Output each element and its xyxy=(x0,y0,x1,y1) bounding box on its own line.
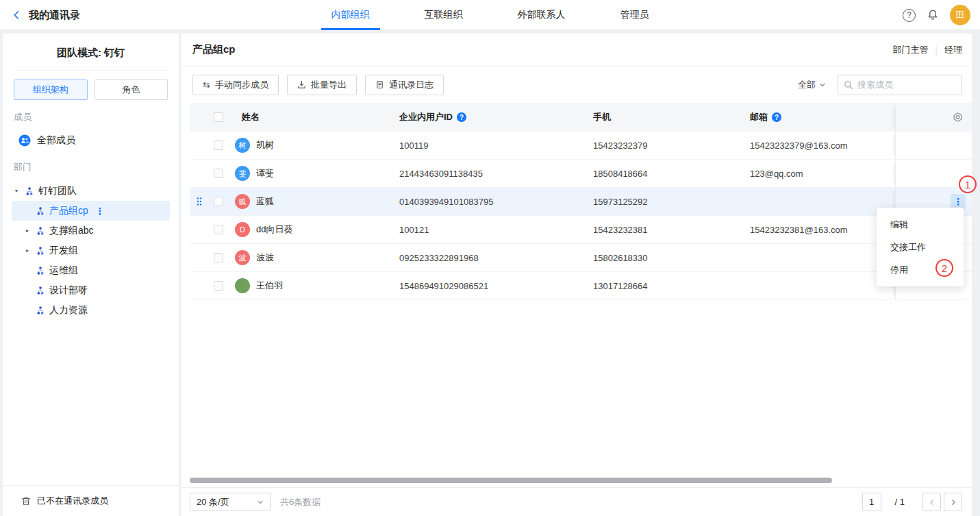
page-size-select[interactable]: 20 条/页 xyxy=(190,493,271,511)
tree-item-label: 钉钉团队 xyxy=(38,185,77,197)
trash-icon xyxy=(21,496,31,506)
table-row-selected[interactable]: 狐蓝狐 0140393949101083795 15973125292 ⋮ xyxy=(190,188,972,216)
member-email: 15423232379@163.com xyxy=(750,140,848,151)
table-row[interactable]: 斐谭斐 21443463091138435 18508418664 123@qq… xyxy=(190,160,972,188)
row-checkbox[interactable] xyxy=(214,225,223,234)
avatar: D xyxy=(235,222,250,237)
avatar: 斐 xyxy=(235,166,250,181)
tree-item-label: 人力资源 xyxy=(49,304,88,317)
search-icon xyxy=(844,80,853,90)
tab-internal-org[interactable]: 内部组织 xyxy=(321,0,380,30)
member-phone: 15973125292 xyxy=(593,197,648,207)
column-header-name: 姓名 xyxy=(242,111,260,123)
roles-button[interactable]: 角色 xyxy=(95,79,168,100)
row-checkbox[interactable] xyxy=(214,197,223,206)
org-structure-button[interactable]: 组织架构 xyxy=(14,79,88,100)
row-checkbox[interactable] xyxy=(214,140,223,150)
row-checkbox[interactable] xyxy=(214,253,223,262)
chevron-down-icon xyxy=(819,82,826,88)
tab-connected-org[interactable]: 互联组织 xyxy=(414,0,473,30)
top-tabs: 内部组织 互联组织 外部联系人 管理员 xyxy=(0,0,980,30)
menu-item-edit[interactable]: 编辑 xyxy=(877,213,964,236)
sidebar-item-all-members[interactable]: 全部成员 xyxy=(3,131,179,150)
total-pages-label: / 1 xyxy=(895,497,905,507)
user-avatar[interactable]: 田 xyxy=(950,5,970,25)
tree-item-product-group[interactable]: 产品组cp ⋮ xyxy=(12,201,170,221)
table-row[interactable]: Ddd向日葵 100121 15423232381 15423232381@16… xyxy=(190,216,972,244)
question-badge-icon[interactable]: ? xyxy=(772,112,781,122)
tree-more-icon[interactable]: ⋮ xyxy=(95,206,105,217)
member-user-id: 21443463091138435 xyxy=(399,169,483,179)
manager-link[interactable]: 经理 xyxy=(944,44,962,56)
horizontal-scrollbar[interactable] xyxy=(190,478,832,483)
column-header-user-id: 企业内用户ID ? xyxy=(399,111,466,123)
department-icon xyxy=(36,286,45,295)
drag-handle-icon[interactable] xyxy=(197,197,202,206)
tab-external-contacts[interactable]: 外部联系人 xyxy=(507,0,576,30)
table-row[interactable]: 王伯羽 154869491029086521 13017128664 xyxy=(190,272,972,300)
sync-icon: ⇆ xyxy=(203,80,210,89)
member-user-id: 100119 xyxy=(399,140,428,151)
tree-collapsed-icon[interactable]: ▸ xyxy=(26,228,36,234)
avatar-photo xyxy=(235,278,250,293)
annotation-step-2: 2 xyxy=(935,259,953,277)
department-tree: ▾ 钉钉团队 产品组cp ⋮ ▸ 支撑组abc ▸ 开发组 运维组 xyxy=(3,181,179,320)
dept-manager-link[interactable]: 部门主管 xyxy=(893,44,929,56)
total-count-label: 共6条数据 xyxy=(280,496,321,508)
tree-item-design-dept[interactable]: 设计部呀 xyxy=(12,280,170,300)
tree-collapsed-icon[interactable]: ▸ xyxy=(26,247,36,254)
batch-export-button[interactable]: 批量导出 xyxy=(287,75,357,95)
member-phone: 15423232381 xyxy=(593,225,648,235)
tree-item-dingtalk-team[interactable]: ▾ 钉钉团队 xyxy=(12,181,170,201)
tree-item-hr[interactable]: 人力资源 xyxy=(12,300,170,320)
annotation-step-1: 1 xyxy=(959,175,977,193)
member-phone: 15802618330 xyxy=(593,253,648,263)
tree-item-label: 开发组 xyxy=(49,245,78,257)
member-user-id: 0140393949101083795 xyxy=(399,197,493,207)
menu-item-handover[interactable]: 交接工作 xyxy=(877,236,964,258)
filter-all-dropdown[interactable]: 全部 xyxy=(798,79,826,91)
row-checkbox[interactable] xyxy=(214,281,223,291)
avatar: 波 xyxy=(235,250,250,265)
manual-sync-button[interactable]: ⇆ 手动同步成员 xyxy=(192,75,279,95)
search-input[interactable] xyxy=(857,79,956,90)
department-icon xyxy=(36,267,45,275)
main-panel: 产品组cp 部门主管 | 经理 ⇆ 手动同步成员 批量导出 通讯录日志 全部 xyxy=(181,34,972,516)
prev-page-button[interactable] xyxy=(922,493,941,511)
removed-members-item[interactable]: 已不在通讯录成员 xyxy=(3,485,179,516)
member-phone: 13017128664 xyxy=(593,281,648,291)
tree-item-label: 支撑组abc xyxy=(49,225,94,237)
removed-members-label: 已不在通讯录成员 xyxy=(37,495,108,507)
question-badge-icon[interactable]: ? xyxy=(457,112,466,122)
member-user-id: 0925233322891968 xyxy=(399,253,479,263)
table-header-row: 姓名 企业内用户ID ? 手机 邮箱 ? xyxy=(190,103,972,132)
search-box xyxy=(838,75,962,95)
select-all-checkbox[interactable] xyxy=(214,112,223,122)
row-checkbox[interactable] xyxy=(214,169,223,178)
tree-expanded-icon[interactable]: ▾ xyxy=(15,188,25,194)
department-icon xyxy=(36,306,45,315)
column-header-phone: 手机 xyxy=(593,111,611,123)
member-name: 凯树 xyxy=(256,139,274,151)
tree-item-ops-group[interactable]: 运维组 xyxy=(12,260,170,280)
help-icon[interactable]: ? xyxy=(903,9,916,22)
table-row[interactable]: 树凯树 100119 15423232379 15423232379@163.c… xyxy=(190,132,972,160)
member-name: dd向日葵 xyxy=(256,223,292,236)
avatar: 狐 xyxy=(235,194,250,209)
page-number-input[interactable] xyxy=(862,493,881,511)
tree-item-support-group[interactable]: ▸ 支撑组abc xyxy=(12,221,170,241)
members-section-label: 成员 xyxy=(14,111,168,123)
member-name: 蓝狐 xyxy=(256,195,274,208)
tree-item-dev-group[interactable]: ▸ 开发组 xyxy=(12,241,170,260)
department-title: 产品组cp xyxy=(192,43,893,56)
column-header-email: 邮箱 ? xyxy=(750,111,781,123)
table-row[interactable]: 波波波 0925233322891968 15802618330 xyxy=(190,244,972,272)
tab-admins[interactable]: 管理员 xyxy=(610,0,659,30)
member-name: 谭斐 xyxy=(256,167,274,180)
bell-icon[interactable] xyxy=(927,9,939,21)
next-page-button[interactable] xyxy=(944,493,962,511)
column-settings-gear-icon[interactable] xyxy=(953,112,963,123)
contact-log-button[interactable]: 通讯录日志 xyxy=(365,75,444,95)
departments-section-label: 部门 xyxy=(14,161,168,173)
row-more-actions-icon[interactable]: ⋮ xyxy=(951,194,966,209)
